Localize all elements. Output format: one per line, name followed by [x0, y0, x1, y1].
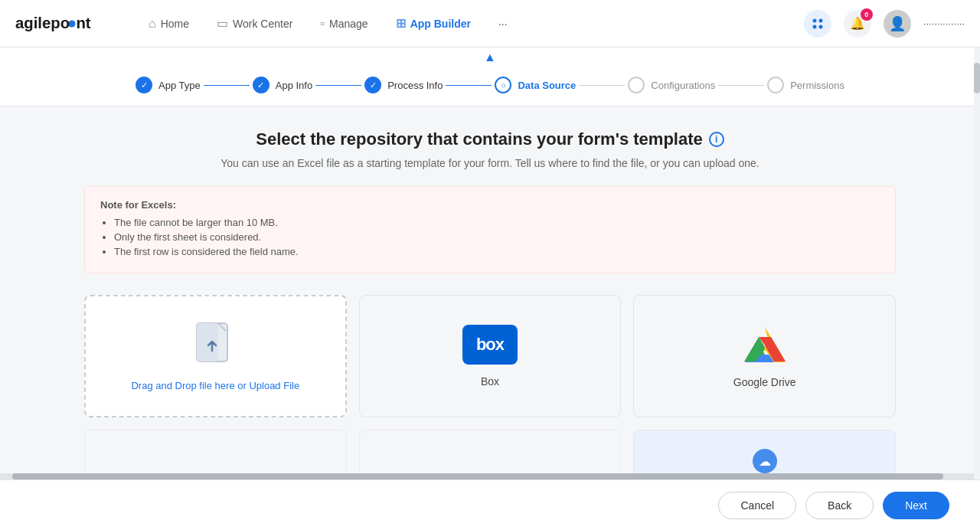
gdrive-label: Google Drive: [733, 376, 796, 388]
drag-drop-text: Drag and Drop file here or: [131, 380, 249, 391]
user-icon: 👤: [889, 15, 906, 32]
apps-button[interactable]: [804, 10, 831, 38]
grid-icon: ⊞: [396, 16, 406, 31]
stepper-toggle[interactable]: ▲: [15, 47, 965, 67]
note-title: Note for Excels:: [100, 199, 880, 211]
username-text: ···············: [923, 18, 965, 29]
step-circle-app-info: ✓: [253, 77, 270, 93]
scroll-thumb: [12, 473, 943, 479]
cancel-button[interactable]: Cancel: [718, 492, 796, 519]
cards-grid-row1: Drag and Drop file here or Upload File b…: [84, 295, 896, 417]
box-logo: box: [462, 325, 518, 365]
step-label-process-info: Process Info: [387, 80, 443, 91]
step-circle-process-info: ✓: [364, 77, 381, 93]
nav-manage[interactable]: ▫ Manage: [309, 12, 378, 35]
note-box: Note for Excels: The file cannot be larg…: [84, 186, 896, 273]
step-circle-permissions: [767, 77, 784, 93]
step-label-app-type: App Type: [158, 80, 201, 91]
notifications-button[interactable]: 🔔 0: [844, 10, 871, 38]
svg-text:nt: nt: [76, 15, 90, 31]
step-permissions[interactable]: Permissions: [767, 77, 844, 93]
upload-file-link[interactable]: Upload File: [249, 380, 299, 391]
step-label-configurations: Configurations: [651, 80, 715, 91]
step-data-source[interactable]: ○ Data Source: [495, 77, 576, 93]
connector-1: [204, 85, 250, 86]
page-title-text: Select the repository that contains your…: [256, 129, 702, 149]
step-label-app-info: App Info: [276, 80, 312, 91]
note-item-2: Only the first sheet is considered.: [114, 231, 880, 243]
svg-text:agilepo: agilepo: [15, 15, 70, 31]
note-item-1: The file cannot be larger than 10 MB.: [114, 217, 880, 228]
card-row2-icon: ☁: [753, 449, 777, 473]
nav-home-label: Home: [161, 18, 189, 30]
google-drive-card[interactable]: Google Drive: [633, 295, 896, 417]
step-circle-data-source: ○: [495, 77, 511, 93]
upload-label: Drag and Drop file here or Upload File: [131, 380, 299, 391]
vertical-scrollbar[interactable]: [974, 47, 980, 479]
page-title: Select the repository that contains your…: [84, 129, 896, 149]
svg-point-6: [818, 25, 822, 28]
gdrive-logo: [742, 324, 788, 365]
box-label: Box: [481, 375, 499, 388]
next-button[interactable]: Next: [883, 492, 949, 519]
nav-manage-label: Manage: [329, 18, 368, 30]
horizontal-scrollbar[interactable]: [0, 473, 980, 479]
svg-point-4: [818, 18, 822, 22]
step-circle-configurations: [628, 77, 645, 93]
main-content: Select the repository that contains your…: [69, 106, 911, 492]
step-label-data-source: Data Source: [518, 80, 576, 91]
logo[interactable]: agilepo nt: [15, 10, 107, 38]
notification-badge: 0: [861, 8, 873, 21]
nav-appbuilder-label: App Builder: [410, 18, 471, 30]
upload-file-icon: [195, 322, 235, 369]
svg-rect-8: [197, 323, 218, 362]
nav-links: ⌂ Home ▭ Work Center ▫ Manage ⊞ App Buil…: [138, 11, 804, 35]
page-subtitle: You can use an Excel file as a starting …: [84, 157, 896, 169]
nav-workcenter-label: Work Center: [233, 18, 292, 30]
nav-appbuilder[interactable]: ⊞ App Builder: [385, 11, 482, 35]
connector-2: [315, 85, 361, 86]
step-circle-app-type: ✓: [136, 77, 152, 93]
avatar[interactable]: 👤: [884, 10, 911, 38]
nav-home[interactable]: ⌂ Home: [138, 12, 200, 35]
step-label-permissions: Permissions: [790, 80, 844, 91]
box-card[interactable]: box Box: [359, 295, 622, 417]
upload-card[interactable]: Drag and Drop file here or Upload File: [84, 295, 347, 417]
step-app-type[interactable]: ✓ App Type: [136, 77, 201, 93]
nav-actions: 🔔 0 👤 ···············: [804, 10, 965, 38]
briefcase-icon: ▫: [320, 17, 325, 31]
nav-more-label: ···: [498, 18, 508, 30]
footer: Cancel Back Next: [0, 479, 980, 530]
connector-4: [579, 85, 625, 86]
svg-point-3: [812, 18, 816, 22]
home-icon: ⌂: [149, 17, 156, 31]
back-button[interactable]: Back: [805, 492, 874, 519]
box-logo-text: box: [476, 335, 504, 355]
monitor-icon: ▭: [217, 16, 228, 31]
step-app-info[interactable]: ✓ App Info: [253, 77, 312, 93]
connector-5: [718, 85, 764, 86]
stepper-container: ▲ ✓ App Type ✓ App Info ✓ Process Info ○…: [0, 47, 980, 106]
stepper: ✓ App Type ✓ App Info ✓ Process Info ○ D…: [15, 67, 965, 106]
nav-workcenter[interactable]: ▭ Work Center: [206, 11, 303, 35]
info-icon[interactable]: i: [709, 132, 724, 147]
step-configurations[interactable]: Configurations: [628, 77, 715, 93]
step-process-info[interactable]: ✓ Process Info: [364, 77, 443, 93]
connector-3: [446, 85, 492, 86]
cloud-icon: ☁: [759, 454, 771, 469]
note-list: The file cannot be larger than 10 MB. On…: [114, 217, 880, 257]
svg-point-5: [812, 25, 816, 28]
note-item-3: The first row is considered the field na…: [114, 246, 880, 257]
nav-more[interactable]: ···: [488, 13, 518, 34]
chevron-up-icon: ▲: [484, 51, 496, 64]
vscroll-thumb: [974, 63, 980, 93]
navbar: agilepo nt ⌂ Home ▭ Work Center ▫ Manage…: [0, 0, 980, 47]
